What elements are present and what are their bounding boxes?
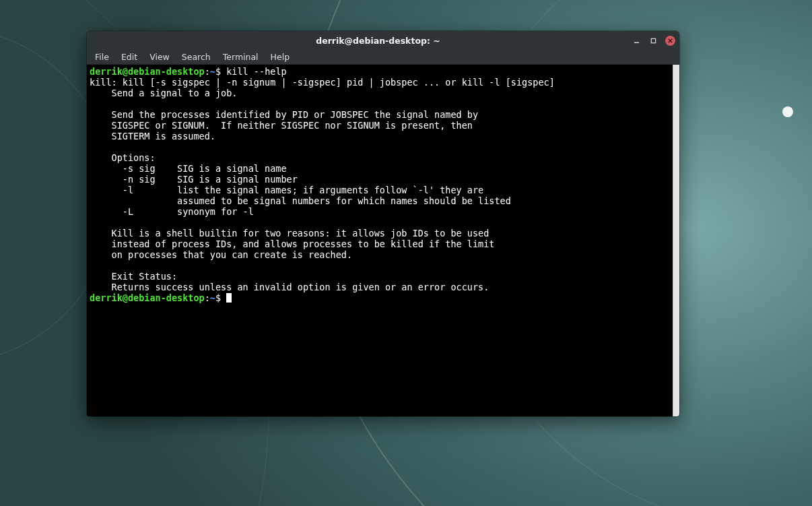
titlebar[interactable]: derrik@debian-desktop: ~ — [87, 31, 679, 50]
menubar: File Edit View Search Terminal Help — [87, 50, 679, 65]
wallpaper-dot — [782, 106, 793, 117]
scrollbar[interactable] — [673, 65, 679, 416]
menu-view[interactable]: View — [144, 51, 175, 63]
menu-search[interactable]: Search — [176, 51, 216, 63]
menu-help[interactable]: Help — [265, 51, 296, 63]
menu-file[interactable]: File — [90, 51, 114, 63]
window-controls — [632, 36, 675, 46]
window-title: derrik@debian-desktop: ~ — [125, 36, 632, 46]
minimize-button[interactable] — [632, 36, 642, 46]
menu-terminal[interactable]: Terminal — [217, 51, 264, 63]
svg-rect-1 — [651, 38, 655, 42]
close-button[interactable] — [665, 36, 675, 46]
maximize-button[interactable] — [648, 36, 658, 46]
terminal-window: derrik@debian-desktop: ~ File Edit View … — [87, 31, 679, 416]
terminal-output[interactable]: derrik@debian-desktop:~$ kill --help kil… — [87, 65, 673, 416]
menu-edit[interactable]: Edit — [116, 51, 143, 63]
